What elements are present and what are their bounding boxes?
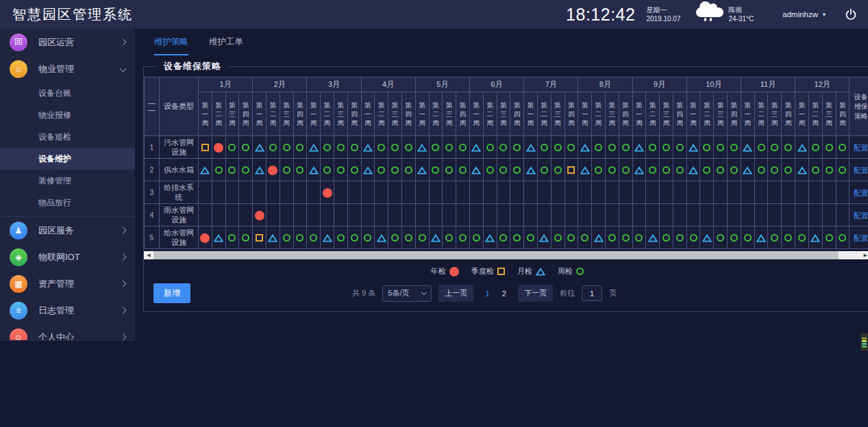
schedule-cell: [605, 204, 619, 227]
sidebar-subitem[interactable]: 装修管理: [0, 170, 135, 192]
next-page-button[interactable]: 下一页: [518, 285, 553, 302]
col-header-month-10: 10月: [686, 77, 741, 92]
schedule-cell: [293, 136, 307, 159]
schedule-cell: [456, 159, 470, 181]
chevron-right-icon: [120, 281, 127, 287]
schedule-cell: [578, 181, 592, 204]
week-check-symbol: [296, 234, 303, 242]
action-cell: 配置: [850, 136, 868, 159]
sidebar-subitem[interactable]: 物品放行: [0, 192, 135, 214]
annual-check-symbol: [214, 143, 223, 153]
week-check-symbol: [826, 144, 833, 151]
sidebar-subitem[interactable]: 物业报修: [0, 104, 135, 126]
goto-page-input[interactable]: [582, 285, 602, 301]
page-button-2[interactable]: 2: [497, 287, 511, 300]
sidebar-subitem[interactable]: 设备维护: [0, 148, 135, 170]
col-header-week-1: 第 一 周: [415, 92, 429, 136]
schedule-cell: [497, 159, 510, 181]
schedule-cell: [524, 227, 538, 249]
week-check-symbol: [459, 144, 467, 151]
schedule-cell: [619, 181, 632, 204]
prev-page-button[interactable]: 上一页: [438, 285, 473, 302]
row-index: 3: [145, 181, 160, 204]
sidebar-item-personal-center[interactable]: ☺个人中心: [0, 324, 135, 341]
weather-label: 阵雨: [729, 5, 754, 14]
week-check-symbol: [499, 166, 507, 174]
row-index: 4: [145, 204, 160, 227]
weekday-label: 星期一: [646, 5, 680, 14]
sidebar-item-park-operation[interactable]: 回园区运营: [0, 29, 135, 55]
sidebar-item-asset-mgmt[interactable]: ▦资产管理: [0, 270, 135, 297]
add-button[interactable]: 新增: [153, 283, 190, 303]
schedule-cell: [401, 136, 415, 159]
schedule-cell: [754, 204, 768, 227]
schedule-cell: [673, 204, 686, 227]
schedule-cell: [212, 159, 225, 181]
configure-link[interactable]: 配置: [854, 166, 868, 174]
week-check-symbol: [784, 144, 792, 151]
sidebar-item-park-service[interactable]: ♟园区服务: [0, 217, 135, 244]
week-check-symbol: [459, 166, 467, 174]
week-check-symbol: [513, 166, 521, 174]
scroll-right-button[interactable]: ▶: [860, 251, 868, 259]
configure-link[interactable]: 配置: [854, 211, 868, 220]
scrollbar-track[interactable]: [839, 251, 860, 259]
widget-stripe: [862, 340, 867, 342]
sidebar-subitem[interactable]: 设备巡检: [0, 126, 135, 148]
schedule-cell: [619, 204, 632, 227]
power-button[interactable]: [845, 8, 857, 21]
col-header-week-4: 第 四 周: [673, 92, 686, 136]
tab-maintenance-workorder[interactable]: 维护工单: [209, 36, 243, 55]
device-type-cell: 供水水箱: [160, 159, 199, 181]
schedule-cell: [429, 159, 443, 181]
schedule-cell: [483, 227, 497, 249]
quarter-check-symbol: [201, 144, 209, 151]
annual-check-symbol: [200, 233, 210, 243]
page-button-1[interactable]: 1: [480, 287, 494, 300]
week-check-symbol: [445, 144, 453, 151]
week-check-symbol: [798, 234, 806, 242]
schedule-cell: [497, 181, 510, 204]
week-check-symbol: [228, 166, 236, 174]
action-cell: 配置: [850, 227, 868, 249]
scrollbar-thumb[interactable]: [153, 251, 839, 259]
schedule-cell: [646, 136, 660, 159]
col-header-week-1: 第 一 周: [199, 92, 212, 136]
configure-link[interactable]: 配置: [854, 189, 868, 197]
sidebar-item-label: 资产管理: [38, 278, 74, 290]
device-type-cell: 雨水管网设施: [160, 204, 199, 227]
schedule-cell: [443, 181, 456, 204]
page-size-select[interactable]: 5条/页: [382, 285, 432, 302]
week-check-symbol: [445, 234, 453, 242]
tab-maintenance-strategy[interactable]: 维护策略: [154, 36, 188, 55]
floating-widget[interactable]: [860, 333, 868, 351]
scroll-left-button[interactable]: ◀: [144, 251, 153, 259]
schedule-cell: [347, 204, 361, 227]
schedule-cell: [388, 159, 402, 181]
schedule-cell: [239, 136, 253, 159]
week-check-symbol: [826, 166, 833, 174]
sidebar-item-property-mgmt[interactable]: ⌂物业管理: [0, 55, 135, 82]
schedule-cell: [375, 227, 388, 249]
schedule-cell: [592, 181, 606, 204]
schedule-cell: [361, 136, 375, 159]
configure-link[interactable]: 配置: [854, 144, 868, 152]
week-check-symbol: [554, 234, 562, 242]
schedule-cell: [782, 159, 795, 181]
week-check-symbol: [228, 144, 236, 151]
week-check-symbol: [432, 144, 439, 151]
user-menu[interactable]: adminhzw ▼: [782, 10, 827, 18]
sidebar-subitem[interactable]: 设备台账: [0, 82, 135, 104]
schedule-cell: [347, 181, 361, 204]
schedule-cell: [280, 181, 293, 204]
month-check-symbol: [634, 144, 644, 152]
configure-link[interactable]: 配置: [854, 234, 868, 242]
sidebar-item-log-mgmt[interactable]: ≡日志管理: [0, 297, 135, 324]
sidebar-item-iot[interactable]: ◈物联网IOT: [0, 244, 135, 270]
week-check-symbol: [784, 234, 792, 242]
schedule-cell: [714, 136, 728, 159]
temperature-label: 24-31°C: [729, 14, 754, 23]
schedule-cell: [686, 204, 700, 227]
legend-item-y: 年检: [431, 266, 459, 276]
schedule-cell: [592, 227, 606, 249]
